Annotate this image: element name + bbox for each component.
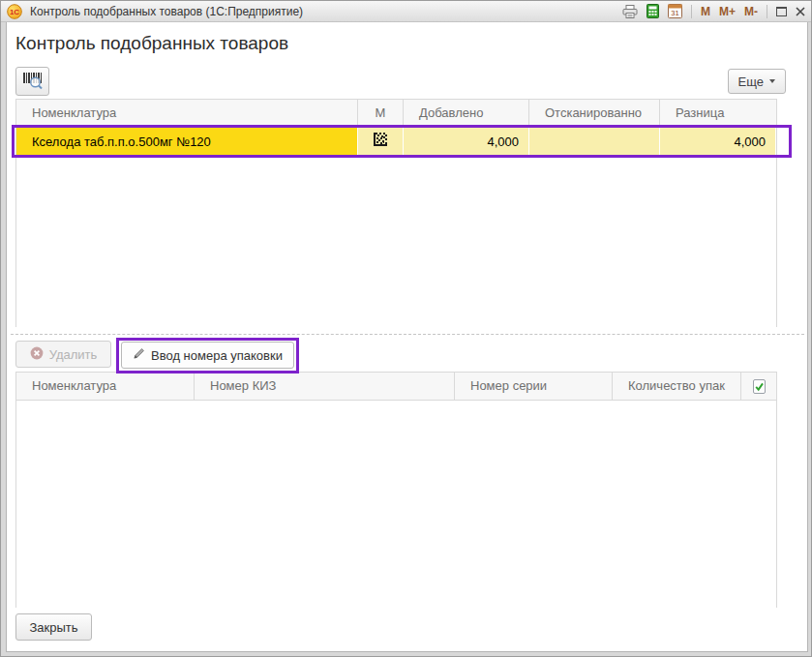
page-title: Контроль подобранных товаров <box>15 33 288 54</box>
titlebar-tools: 31 M M+ M- <box>622 4 805 18</box>
pen-icon <box>133 347 145 363</box>
close-form-button[interactable]: Закрыть <box>15 613 92 641</box>
delete-button-label: Удалить <box>49 347 98 362</box>
table-row[interactable]: Кселода таб.п.п.о.500мг №120 <box>16 128 776 156</box>
svg-text:1С: 1С <box>10 8 19 16</box>
column-header-nomenclature[interactable]: Номенклатура <box>16 373 195 400</box>
calculator-icon[interactable] <box>647 4 659 18</box>
titlebar-separator <box>691 5 692 18</box>
checked-document-icon <box>752 379 767 394</box>
svg-text:31: 31 <box>671 9 678 17</box>
column-header-nomenclature[interactable]: Номенклатура <box>16 100 358 127</box>
column-header-checked[interactable] <box>741 373 776 400</box>
picked-goods-table-empty-area <box>16 156 776 327</box>
1c-logo-icon: 1С <box>7 4 22 19</box>
form-content: Контроль подобранных товаров Еще <box>6 22 808 652</box>
datamatrix-icon <box>374 128 387 156</box>
kiz-table: Номенклатура Номер КИЗ Номер серии Колич… <box>15 372 777 608</box>
picked-goods-table-header: Номенклатура М Добавлено Отсканированно … <box>16 100 776 128</box>
barcode-search-icon <box>21 71 45 93</box>
barcode-scan-button[interactable] <box>15 67 49 96</box>
titlebar-separator <box>767 5 767 18</box>
column-header-kiz-number[interactable]: Номер КИЗ <box>195 373 455 400</box>
app-window: 1С Контроль подобранных товаров (1С:Пред… <box>0 0 812 657</box>
column-header-marking[interactable]: М <box>358 100 404 127</box>
more-button-label: Еще <box>738 75 764 89</box>
maximize-button[interactable] <box>776 7 787 16</box>
cell-scanned[interactable] <box>529 128 660 156</box>
kiz-table-header: Номенклатура Номер КИЗ Номер серии Колич… <box>16 373 776 401</box>
memory-m-minus-button[interactable]: M- <box>744 5 758 18</box>
column-header-difference[interactable]: Разница <box>660 100 776 127</box>
enter-package-number-button[interactable]: Ввод номера упаковки <box>121 342 294 369</box>
memory-m-plus-button[interactable]: M+ <box>719 5 736 18</box>
window-title: Контроль подобранных товаров (1С:Предпри… <box>30 5 617 18</box>
chevron-down-icon <box>769 79 775 83</box>
close-form-button-label: Закрыть <box>29 620 77 635</box>
picked-goods-table: Номенклатура М Добавлено Отсканированно … <box>15 99 777 327</box>
cell-marking[interactable] <box>358 128 404 156</box>
column-header-added[interactable]: Добавлено <box>404 100 529 127</box>
cell-nomenclature[interactable]: Кселода таб.п.п.о.500мг №120 <box>16 128 358 156</box>
printer-icon[interactable] <box>622 5 638 18</box>
close-button[interactable] <box>796 7 805 16</box>
column-header-series-number[interactable]: Номер серии <box>455 373 613 400</box>
enter-package-number-label: Ввод номера упаковки <box>151 348 283 363</box>
calendar-icon[interactable]: 31 <box>668 4 682 18</box>
delete-button[interactable]: Удалить <box>15 341 111 368</box>
cell-added[interactable]: 4,000 <box>404 128 529 156</box>
delete-circle-x-icon <box>30 346 44 363</box>
kiz-table-empty-area <box>16 401 776 608</box>
column-header-package-count[interactable]: Количество упак <box>613 373 741 400</box>
section-divider <box>11 334 804 335</box>
cell-difference[interactable]: 4,000 <box>660 128 776 156</box>
memory-m-button[interactable]: M <box>701 5 710 18</box>
more-button[interactable]: Еще <box>728 69 786 94</box>
column-header-scanned[interactable]: Отсканированно <box>529 100 660 127</box>
window-titlebar[interactable]: 1С Контроль подобранных товаров (1С:Пред… <box>1 1 811 22</box>
